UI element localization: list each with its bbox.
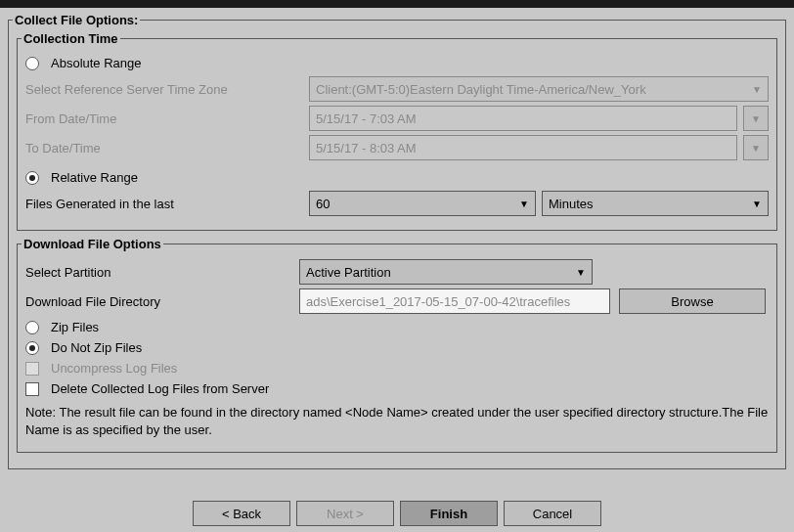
files-generated-label: Files Generated in the last xyxy=(25,191,309,216)
from-date-picker-button: ▼ xyxy=(743,106,769,131)
download-file-options-legend: Download File Options xyxy=(22,237,163,251)
directory-field[interactable]: ads\Exercise1_2017-05-15_07-00-42\tracef… xyxy=(299,288,610,314)
relative-range-radio[interactable] xyxy=(25,171,39,185)
to-date-value: 5/15/17 - 8:03 AM xyxy=(316,141,417,155)
to-date-picker-button: ▼ xyxy=(743,135,769,160)
absolute-range-radio[interactable] xyxy=(25,57,39,70)
relative-range-label: Relative Range xyxy=(51,170,138,185)
chevron-down-icon: ▼ xyxy=(751,143,761,154)
chevron-down-icon: ▼ xyxy=(576,267,586,278)
uncompress-checkbox xyxy=(25,362,39,376)
files-generated-unit: Minutes xyxy=(549,197,594,211)
to-date-field: 5/15/17 - 8:03 AM xyxy=(309,135,737,160)
finish-button-label: Finish xyxy=(430,507,467,521)
titlebar xyxy=(0,0,794,8)
partition-select[interactable]: Active Partition ▼ xyxy=(299,259,593,285)
dialog-window: Collect File Options: Collection Time Ab… xyxy=(0,0,794,532)
timezone-select: Client:(GMT-5:0)Eastern Daylight Time-Am… xyxy=(309,76,769,102)
uncompress-label: Uncompress Log Files xyxy=(51,361,177,376)
chevron-down-icon: ▼ xyxy=(752,199,762,209)
files-generated-value-select[interactable]: 60 ▼ xyxy=(309,191,536,216)
delete-collected-checkbox[interactable] xyxy=(25,382,39,396)
chevron-down-icon: ▼ xyxy=(751,113,761,124)
to-date-label: To Date/Time xyxy=(25,135,309,160)
collection-time-group: Collection Time Absolute Range Select Re… xyxy=(17,31,777,231)
collect-file-options-legend: Collect File Options: xyxy=(13,13,140,27)
wizard-button-bar: < Back Next > Finish Cancel xyxy=(8,495,786,532)
next-button: Next > xyxy=(296,501,394,526)
from-date-label: From Date/Time xyxy=(25,106,309,131)
do-not-zip-radio[interactable] xyxy=(25,341,39,355)
timezone-label: Select Reference Server Time Zone xyxy=(25,76,309,102)
cancel-button-label: Cancel xyxy=(533,507,572,521)
collection-time-legend: Collection Time xyxy=(22,31,120,46)
files-generated-value: 60 xyxy=(316,197,330,211)
absolute-range-label: Absolute Range xyxy=(51,56,142,70)
browse-button-label: Browse xyxy=(671,294,713,309)
chevron-down-icon: ▼ xyxy=(519,199,529,209)
delete-collected-label: Delete Collected Log Files from Server xyxy=(51,381,269,396)
collect-file-options-group: Collect File Options: Collection Time Ab… xyxy=(8,13,786,469)
from-date-value: 5/15/17 - 7:03 AM xyxy=(316,111,417,126)
note-text: Note: The result file can be found in th… xyxy=(25,404,769,438)
browse-button[interactable]: Browse xyxy=(619,288,766,314)
timezone-value: Client:(GMT-5:0)Eastern Daylight Time-Am… xyxy=(316,82,646,97)
finish-button[interactable]: Finish xyxy=(400,501,498,526)
partition-label: Select Partition xyxy=(25,259,299,285)
cancel-button[interactable]: Cancel xyxy=(504,501,601,526)
do-not-zip-label: Do Not Zip Files xyxy=(51,340,142,355)
back-button-label: < Back xyxy=(222,507,261,521)
partition-value: Active Partition xyxy=(306,265,391,280)
chevron-down-icon: ▼ xyxy=(752,84,762,95)
zip-files-label: Zip Files xyxy=(51,320,99,334)
download-file-options-group: Download File Options Select Partition A… xyxy=(17,237,777,453)
zip-files-radio[interactable] xyxy=(25,321,39,334)
back-button[interactable]: < Back xyxy=(193,501,290,526)
next-button-label: Next > xyxy=(327,507,364,521)
directory-label: Download File Directory xyxy=(25,288,299,314)
dialog-body: Collect File Options: Collection Time Ab… xyxy=(0,8,794,532)
from-date-field: 5/15/17 - 7:03 AM xyxy=(309,106,737,131)
directory-value: ads\Exercise1_2017-05-15_07-00-42\tracef… xyxy=(306,294,603,309)
files-generated-unit-select[interactable]: Minutes ▼ xyxy=(542,191,769,216)
